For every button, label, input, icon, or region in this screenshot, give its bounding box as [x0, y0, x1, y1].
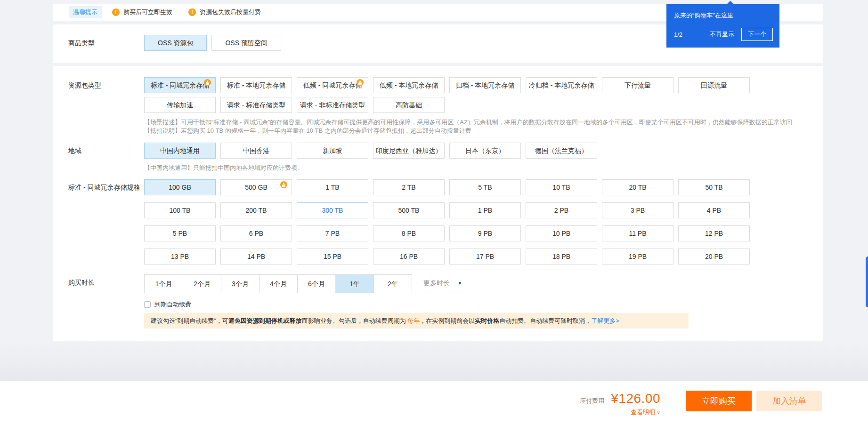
package-type-option-4[interactable]: 低频 - 本地冗余存储	[373, 77, 445, 93]
promo-badge-icon	[280, 181, 287, 188]
fee-block: 应付费用 ¥126.00 查看明细 ∨	[580, 391, 660, 417]
spec-option-15[interactable]: 3 PB	[602, 202, 673, 218]
duration-option-3[interactable]: 3个月	[221, 275, 259, 293]
duration-option-7[interactable]: 2年	[373, 275, 412, 293]
duration-option-4[interactable]: 4个月	[259, 275, 297, 293]
renewal-notice: 建议勾选“到期自动续费”，可避免因资源到期停机或释放而影响业务。勾选后，自动续费…	[144, 313, 689, 329]
tip-text: 资源包失效后按量付费	[200, 8, 261, 16]
chevron-down-icon: ∨	[657, 410, 660, 415]
auto-renew-checkbox[interactable]	[144, 301, 151, 308]
region-options: 中国内地通用中国香港新加坡印度尼西亚（雅加达）日本（东京）德国（法兰克福）	[144, 143, 754, 159]
spec-option-21[interactable]: 9 PB	[449, 225, 521, 241]
spec-option-label: 500 TB	[398, 207, 420, 214]
spec-option-label: 15 PB	[324, 253, 341, 260]
scenario-description: 【场景描述】可用于抵扣“标准存储 - 同城冗余”的存储容量。同城冗余存储可提供更…	[144, 118, 808, 127]
region-note: 【中国内地通用】只能抵扣中国内地各地域对应的计费项。	[144, 164, 808, 172]
spec-option-label: 10 TB	[552, 184, 570, 191]
tooltip-dismiss-link[interactable]: 不再显示	[710, 30, 734, 39]
spec-option-3[interactable]: 1 TB	[297, 179, 368, 195]
region-option-1[interactable]: 中国内地通用	[144, 143, 216, 159]
package-type-option-label: 低频 - 同城冗余存储	[303, 81, 362, 89]
spec-option-label: 3 PB	[631, 207, 645, 214]
package-type-option-label: 请求 - 非标准存储类型	[300, 101, 365, 109]
package-type-option-8[interactable]: 回源流量	[678, 77, 750, 93]
package-type-option-9[interactable]: 传输加速	[144, 97, 216, 113]
product-type-option-1[interactable]: OSS 资源包	[144, 35, 207, 51]
spec-option-24[interactable]: 12 PB	[678, 225, 750, 241]
spec-option-23[interactable]: 11 PB	[602, 225, 673, 241]
spec-option-2[interactable]: 500 GB	[220, 179, 292, 195]
region-option-label: 中国内地通用	[160, 147, 200, 154]
spec-option-label: 8 PB	[402, 230, 416, 237]
region-option-3[interactable]: 新加坡	[297, 143, 368, 159]
region-option-label: 中国香港	[243, 147, 269, 154]
spec-option-30[interactable]: 18 PB	[526, 249, 597, 265]
spec-option-4[interactable]: 2 TB	[373, 179, 445, 195]
spec-option-20[interactable]: 8 PB	[373, 225, 445, 241]
add-to-list-button[interactable]: 加入清单	[756, 391, 822, 411]
spec-option-7[interactable]: 20 TB	[602, 179, 673, 195]
spec-option-31[interactable]: 19 PB	[602, 249, 673, 265]
package-type-option-7[interactable]: 下行流量	[602, 77, 673, 93]
spec-option-6[interactable]: 10 TB	[526, 179, 597, 195]
package-type-option-10[interactable]: 请求 - 标准存储类型	[220, 97, 292, 113]
duration-option-1[interactable]: 1个月	[145, 275, 183, 293]
spec-option-11[interactable]: 300 TB	[297, 202, 368, 218]
duration-option-label: 2个月	[194, 280, 211, 288]
duration-option-6[interactable]: 1年	[335, 275, 373, 293]
spec-option-28[interactable]: 16 PB	[373, 249, 445, 265]
package-type-option-3[interactable]: 低频 - 同城冗余存储	[297, 77, 368, 93]
spec-option-13[interactable]: 1 PB	[449, 202, 521, 218]
region-option-2[interactable]: 中国香港	[220, 143, 292, 159]
spec-option-19[interactable]: 7 PB	[297, 225, 368, 241]
spec-option-8[interactable]: 50 TB	[678, 179, 750, 195]
spec-option-label: 50 TB	[705, 184, 722, 191]
package-type-option-label: 下行流量	[625, 81, 651, 89]
more-duration-dropdown[interactable]: 更多时长 ▼	[421, 274, 466, 292]
spec-option-14[interactable]: 2 PB	[526, 202, 597, 218]
order-footer-bar: 应付费用 ¥126.00 查看明细 ∨ 立即购买 加入清单	[0, 381, 868, 425]
view-details-link[interactable]: 查看明细 ∨	[580, 408, 660, 417]
package-type-option-label: 冷归档 - 本地冗余存储	[529, 81, 594, 89]
view-details-label: 查看明细	[631, 409, 655, 416]
spec-option-32[interactable]: 20 PB	[678, 249, 750, 265]
product-type-option-2[interactable]: OSS 预留空间	[211, 35, 281, 51]
side-panel-handle[interactable]	[866, 257, 868, 307]
package-type-option-5[interactable]: 归档 - 本地冗余存储	[449, 77, 521, 93]
spec-option-18[interactable]: 6 PB	[220, 225, 292, 241]
duration-option-2[interactable]: 2个月	[183, 275, 221, 293]
package-type-option-1[interactable]: 标准 - 同城冗余存储	[144, 77, 216, 93]
spec-option-label: 19 PB	[629, 253, 647, 260]
region-option-4[interactable]: 印度尼西亚（雅加达）	[373, 143, 445, 159]
package-type-label: 资源包类型	[68, 77, 144, 93]
info-icon: !	[112, 8, 120, 16]
spec-option-label: 20 PB	[705, 253, 723, 260]
tip-item-1: ! 购买后可立即生效	[112, 8, 172, 16]
spec-option-5[interactable]: 5 TB	[449, 179, 521, 195]
spec-option-label: 20 TB	[629, 184, 646, 191]
region-option-5[interactable]: 日本（东京）	[449, 143, 521, 159]
spec-option-9[interactable]: 100 TB	[144, 202, 216, 218]
spec-option-22[interactable]: 10 PB	[526, 225, 597, 241]
spec-option-12[interactable]: 500 TB	[373, 202, 445, 218]
spec-option-label: 4 PB	[707, 207, 721, 214]
buy-now-button[interactable]: 立即购买	[686, 391, 752, 411]
spec-option-25[interactable]: 13 PB	[144, 249, 216, 265]
region-option-6[interactable]: 德国（法兰克福）	[526, 143, 597, 159]
spec-option-26[interactable]: 14 PB	[220, 249, 292, 265]
package-type-option-2[interactable]: 标准 - 本地冗余存储	[220, 77, 292, 93]
learn-more-link[interactable]: 了解更多>	[591, 317, 619, 324]
spec-option-27[interactable]: 15 PB	[297, 249, 368, 265]
package-type-option-11[interactable]: 请求 - 非标准存储类型	[297, 97, 368, 113]
spec-option-16[interactable]: 4 PB	[678, 202, 750, 218]
spec-option-17[interactable]: 5 PB	[144, 225, 216, 241]
spec-option-1[interactable]: 100 GB	[144, 179, 216, 195]
package-type-option-6[interactable]: 冷归档 - 本地冗余存储	[526, 77, 597, 93]
spec-option-10[interactable]: 200 TB	[220, 202, 292, 218]
spec-option-label: 200 TB	[246, 207, 267, 214]
package-type-option-12[interactable]: 高防基础	[373, 97, 445, 113]
spec-option-label: 2 PB	[554, 207, 568, 214]
spec-option-29[interactable]: 17 PB	[449, 249, 521, 265]
tooltip-next-button[interactable]: 下一个	[741, 28, 773, 41]
duration-option-5[interactable]: 6个月	[297, 275, 335, 293]
